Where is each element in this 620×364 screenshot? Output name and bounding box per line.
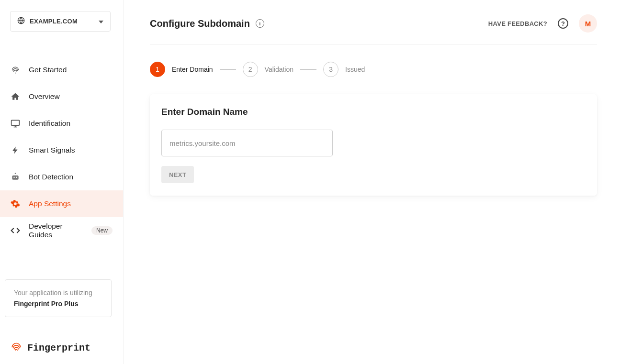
gear-icon: [11, 199, 20, 209]
sidebar: EXAMPLE.COM Get Started Overview: [0, 0, 124, 364]
feedback-link[interactable]: HAVE FEEDBACK?: [488, 20, 547, 27]
next-button[interactable]: NEXT: [161, 166, 194, 183]
plan-line-1: Your application is utilizing: [14, 287, 102, 298]
caret-down-icon: [99, 18, 103, 25]
svg-point-4: [16, 177, 17, 178]
globe-icon: [17, 17, 25, 26]
step-connector: [300, 69, 316, 70]
step-1-label: Enter Domain: [172, 66, 213, 73]
sidebar-item-developer-guides[interactable]: Developer Guides New: [0, 217, 123, 244]
monitor-icon: [11, 119, 20, 128]
plan-line-2: Fingerprint Pro Plus: [14, 298, 102, 309]
sidebar-item-label: Get Started: [29, 66, 67, 74]
site-selector-label: EXAMPLE.COM: [30, 18, 78, 25]
step-2-circle[interactable]: 2: [243, 62, 258, 77]
user-avatar[interactable]: M: [579, 14, 597, 33]
sidebar-item-smart-signals[interactable]: Smart Signals: [0, 137, 123, 164]
brand-logo[interactable]: Fingerprint: [10, 340, 90, 355]
sidebar-item-label: Identification: [29, 119, 70, 128]
code-icon: [11, 226, 20, 235]
svg-rect-1: [11, 120, 20, 125]
step-1-circle[interactable]: 1: [150, 62, 165, 77]
fingerprint-icon: [11, 65, 20, 75]
new-badge: New: [91, 226, 113, 235]
card-title: Enter Domain Name: [161, 107, 586, 117]
info-icon[interactable]: i: [256, 19, 264, 28]
robot-icon: [11, 172, 20, 182]
sidebar-nav: Get Started Overview Identification Smar…: [0, 56, 123, 244]
sidebar-item-label: Developer Guides: [29, 222, 83, 239]
sidebar-item-identification[interactable]: Identification: [0, 110, 123, 137]
fingerprint-logo-icon: [10, 340, 23, 355]
sidebar-item-overview[interactable]: Overview: [0, 83, 123, 110]
main-content: Configure Subdomain i HAVE FEEDBACK? ? M…: [124, 0, 620, 364]
brand-text: Fingerprint: [27, 342, 90, 353]
sidebar-item-get-started[interactable]: Get Started: [0, 56, 123, 83]
sidebar-item-label: Smart Signals: [29, 146, 75, 154]
bolt-icon: [11, 145, 20, 155]
step-connector: [220, 69, 236, 70]
plan-info-box: Your application is utilizing Fingerprin…: [5, 279, 112, 317]
sidebar-item-label: App Settings: [29, 199, 71, 208]
page-title: Configure Subdomain: [150, 18, 250, 29]
step-3-label: Issued: [345, 66, 365, 73]
domain-name-input[interactable]: [161, 130, 333, 156]
sidebar-item-bot-detection[interactable]: Bot Detection: [0, 164, 123, 190]
sidebar-top: EXAMPLE.COM: [0, 0, 123, 36]
site-selector-dropdown[interactable]: EXAMPLE.COM: [10, 11, 111, 32]
sidebar-item-app-settings[interactable]: App Settings: [0, 190, 123, 217]
svg-point-5: [15, 173, 16, 174]
sidebar-item-label: Overview: [29, 92, 60, 101]
enter-domain-card: Enter Domain Name NEXT: [150, 94, 597, 196]
topbar: Configure Subdomain i HAVE FEEDBACK? ? M: [150, 14, 597, 44]
svg-rect-2: [12, 176, 18, 180]
sidebar-item-label: Bot Detection: [29, 173, 73, 181]
home-icon: [11, 92, 20, 101]
stepper: 1 Enter Domain 2 Validation 3 Issued: [150, 62, 597, 77]
step-3-circle[interactable]: 3: [323, 62, 338, 77]
svg-point-3: [13, 177, 15, 178]
help-button[interactable]: ?: [558, 18, 568, 29]
step-2-label: Validation: [265, 66, 293, 73]
